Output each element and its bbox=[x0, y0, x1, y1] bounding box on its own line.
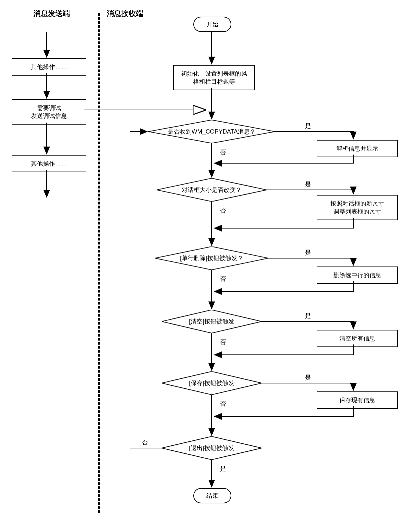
yes-4: 是 bbox=[305, 312, 311, 320]
no-3: 否 bbox=[220, 275, 226, 283]
action-3: 删除选中行的信息 bbox=[317, 266, 398, 284]
flowchart-diagram: 消息发送端 消息接收端 其他操作…… 需要调试发送调试信息 其他操作…… 开始 … bbox=[7, 7, 413, 521]
sender-box-3: 其他操作…… bbox=[12, 155, 86, 172]
start-terminal: 开始 bbox=[193, 17, 231, 32]
yes-3: 是 bbox=[305, 249, 311, 257]
yes-1: 是 bbox=[305, 122, 311, 130]
no-2: 否 bbox=[220, 207, 226, 215]
yes-5: 是 bbox=[305, 373, 311, 381]
no-1: 否 bbox=[220, 148, 226, 156]
receiver-heading: 消息接收端 bbox=[107, 9, 143, 19]
end-terminal: 结束 bbox=[193, 488, 231, 503]
sender-box-1: 其他操作…… bbox=[12, 58, 86, 76]
yes-6: 是 bbox=[220, 465, 226, 473]
diamond-2: 对话框大小是否改变？ bbox=[157, 178, 267, 202]
divider bbox=[98, 13, 100, 513]
sender-box-2: 需要调试发送调试信息 bbox=[12, 99, 86, 125]
no-4: 否 bbox=[220, 338, 226, 346]
no-6: 否 bbox=[142, 438, 148, 446]
init-box: 初始化，设置列表框的风格和栏目标题等 bbox=[173, 65, 255, 90]
no-5: 否 bbox=[220, 400, 226, 408]
diamond-4: [清空]按钮被触发 bbox=[162, 310, 262, 333]
sender-heading: 消息发送端 bbox=[33, 9, 70, 19]
action-1: 解析信息并显示 bbox=[317, 140, 398, 157]
action-2: 按照对话框的新尺寸调整列表框的尺寸 bbox=[317, 195, 398, 220]
action-5: 保存现有信息 bbox=[317, 391, 398, 409]
diamond-1: 是否收到WM_COPYDATA消息？ bbox=[148, 120, 275, 143]
diamond-6: [退出]按钮被触发 bbox=[162, 436, 262, 460]
diamond-5: [保存]按钮被触发 bbox=[162, 371, 262, 395]
action-4: 清空所有信息 bbox=[317, 330, 398, 347]
diamond-3: [单行删除]按钮被触发？ bbox=[155, 247, 268, 270]
yes-2: 是 bbox=[305, 180, 311, 188]
